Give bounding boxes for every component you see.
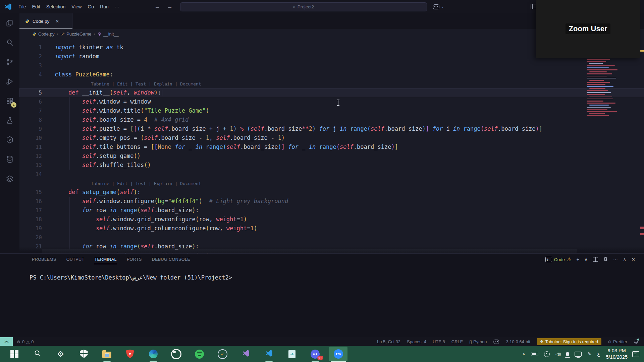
panel-tab-output[interactable]: OUTPUT xyxy=(66,257,85,264)
code-line[interactable]: 8 self.board_size = 4 # 4x4 grid xyxy=(19,115,644,124)
taskbar-spotify-button[interactable] xyxy=(188,346,211,362)
chevron-down-icon[interactable]: ∨ xyxy=(584,257,588,262)
status-cursor-position[interactable]: Ln 5, Col 32 xyxy=(377,339,400,344)
back-icon[interactable]: ← xyxy=(155,3,160,10)
activitybar-testing[interactable] xyxy=(0,111,19,130)
status-problems[interactable]: ⊗ 0 △ 0 xyxy=(17,339,34,344)
code-line[interactable]: 4class PuzzleGame: xyxy=(19,70,644,79)
code-line[interactable]: 11 self.tile_buttons = [[None for _ in r… xyxy=(19,142,644,152)
menu-edit[interactable]: Edit xyxy=(29,3,43,11)
code-line[interactable]: 19 self.window.grid_columnconfigure(row,… xyxy=(19,224,644,233)
status-indentation[interactable]: Spaces: 4 xyxy=(407,339,426,344)
code-line[interactable]: 18 self.window.grid_rowconfigure(row, we… xyxy=(19,215,644,224)
close-icon[interactable]: ✕ xyxy=(631,257,635,262)
codelens-links[interactable]: Tabnine | Edit | Test | Explain | Docume… xyxy=(91,79,201,88)
codelens-row[interactable]: Tabnine | Edit | Test | Explain | Docume… xyxy=(19,79,644,88)
remote-indicator[interactable]: >< xyxy=(0,337,13,346)
status-language[interactable]: {} Python xyxy=(469,339,487,344)
mic-icon[interactable] xyxy=(566,352,569,356)
code-line[interactable]: 15 def setup_game(self): xyxy=(19,188,644,197)
code-line[interactable]: 5 def __init__(self, window): xyxy=(19,88,644,97)
terminal[interactable]: PS C:\Users\KimoStore\Desktop\عرش\New fo… xyxy=(0,264,644,281)
code-line[interactable]: 9 self.puzzle = [[(i * self.board_size +… xyxy=(19,124,644,133)
taskbar-start-button[interactable] xyxy=(3,346,26,362)
code-line[interactable]: 7 self.window.title("Tile Puzzle Game") xyxy=(19,106,644,115)
chevron-up-icon[interactable]: ∧ xyxy=(623,257,626,262)
tab-code-py[interactable]: Code.py ✕ xyxy=(19,13,73,29)
notifications-icon[interactable] xyxy=(632,351,639,357)
activitybar-hex-tool[interactable] xyxy=(0,130,19,149)
activitybar-database[interactable] xyxy=(0,149,19,169)
language-indicator[interactable]: ع xyxy=(597,351,600,357)
editor-scrollbar[interactable] xyxy=(640,13,644,253)
copilot-menu[interactable]: ⌄ xyxy=(433,4,444,9)
panel-tab-terminal[interactable]: TERMINAL xyxy=(94,257,116,264)
minimap[interactable] xyxy=(585,58,640,119)
chevron-up-icon[interactable]: ∧ xyxy=(522,352,525,356)
status-copilot[interactable] xyxy=(493,339,499,344)
taskbar-visual-studio-button[interactable] xyxy=(234,346,257,362)
menu-run[interactable]: Run xyxy=(97,3,112,11)
panel-tab-ports[interactable]: PORTS xyxy=(127,257,142,264)
taskbar-clock[interactable]: 9:03 PM 5/10/2025 xyxy=(606,348,628,360)
breadcrumb-item-init[interactable]: __init__ xyxy=(97,32,119,37)
activitybar-run-debug[interactable] xyxy=(0,72,19,91)
status-eol[interactable]: CRLF xyxy=(451,339,463,344)
codelens-row[interactable]: Tabnine | Edit | Test | Explain | Docume… xyxy=(19,179,644,188)
pen-icon[interactable]: ✎ xyxy=(587,351,591,357)
plus-icon[interactable]: + xyxy=(577,257,579,262)
taskbar-obs-button[interactable] xyxy=(165,346,188,362)
trash-icon[interactable] xyxy=(603,256,608,262)
taskbar-edge-button[interactable] xyxy=(142,346,165,362)
code-line[interactable]: 10 self.empty_pos = (self.board_size - 1… xyxy=(19,133,644,142)
code-line[interactable]: 12 self.setup_game() xyxy=(19,152,644,161)
taskbar-ticktick-button[interactable]: ✓ xyxy=(211,346,234,362)
activitybar-search[interactable] xyxy=(0,33,19,52)
taskbar-foxit-button[interactable]: ➔ xyxy=(280,346,304,362)
close-icon[interactable]: ✕ xyxy=(55,19,59,24)
panel-tab-problems[interactable]: PROBLEMS xyxy=(32,257,56,264)
menu-view[interactable]: View xyxy=(68,3,85,11)
battery-icon[interactable] xyxy=(531,352,538,356)
status-encoding[interactable]: UTF-8 xyxy=(433,339,445,344)
taskbar-defender-button[interactable] xyxy=(72,346,95,362)
code-line[interactable]: 17 for row in range(self.board_size): xyxy=(19,206,644,215)
activitybar-layers[interactable] xyxy=(0,169,19,188)
taskbar-brave-button[interactable]: ▼ xyxy=(118,346,142,362)
code-line[interactable]: 6 self.window = window xyxy=(19,97,644,106)
status-python-version[interactable]: 3.10.0 64-bit xyxy=(506,339,530,344)
code-line[interactable]: 16 self.window.configure(bg="#f4f4f4") #… xyxy=(19,197,644,206)
status-tabnine[interactable]: ⚙Tabnine: Sign-in is required xyxy=(537,338,601,345)
code-line[interactable]: 3 xyxy=(19,61,644,70)
taskbar-zoom-button[interactable]: zm xyxy=(327,346,350,362)
code-editor[interactable]: 1import tkinter as tk2import random34cla… xyxy=(19,39,644,253)
menu-go[interactable]: Go xyxy=(85,3,97,11)
code-line[interactable]: 13 self.shuffle_tiles() xyxy=(19,161,644,170)
activitybar-extensions[interactable]: ▲ xyxy=(0,91,19,111)
menu-file[interactable]: File xyxy=(15,3,29,11)
breadcrumb-item-Code.py[interactable]: Code.py xyxy=(32,32,54,37)
code-line[interactable]: 14 xyxy=(19,170,644,179)
activitybar-source-control[interactable] xyxy=(0,52,19,72)
taskbar-discord-button[interactable]: 9+ xyxy=(304,346,327,362)
command-center-search[interactable]: ⌕ Project2 xyxy=(180,2,427,11)
breadcrumb-item-PuzzleGame[interactable]: PuzzleGame xyxy=(60,32,91,37)
forward-icon[interactable]: → xyxy=(167,3,173,10)
menu-[interactable]: ··· xyxy=(112,3,122,11)
panel-tab-debug-console[interactable]: DEBUG CONSOLE xyxy=(152,257,190,264)
codelens-links[interactable]: Tabnine | Edit | Test | Explain | Docume… xyxy=(91,179,201,188)
menu-selection[interactable]: Selection xyxy=(43,3,69,11)
terminal-profile[interactable]: ❯Code⚠ xyxy=(545,256,572,262)
split-icon[interactable] xyxy=(593,257,598,262)
code-line[interactable]: 20 xyxy=(19,233,644,242)
taskbar-search-button[interactable] xyxy=(26,346,49,362)
display-icon[interactable] xyxy=(575,352,582,357)
status-prettier[interactable]: ⊘Prettier xyxy=(608,339,627,344)
taskbar-settings-button[interactable]: ⚙ xyxy=(49,346,72,362)
camera-icon[interactable] xyxy=(544,351,550,357)
taskbar-file-explorer-button[interactable] xyxy=(95,346,118,362)
speaker-icon[interactable]: ◁))) xyxy=(555,352,560,356)
taskbar-vscode-button[interactable] xyxy=(257,346,280,362)
zoom-participant-window[interactable]: Zoom User xyxy=(536,0,640,58)
ellipsis-icon[interactable]: ··· xyxy=(613,257,618,262)
